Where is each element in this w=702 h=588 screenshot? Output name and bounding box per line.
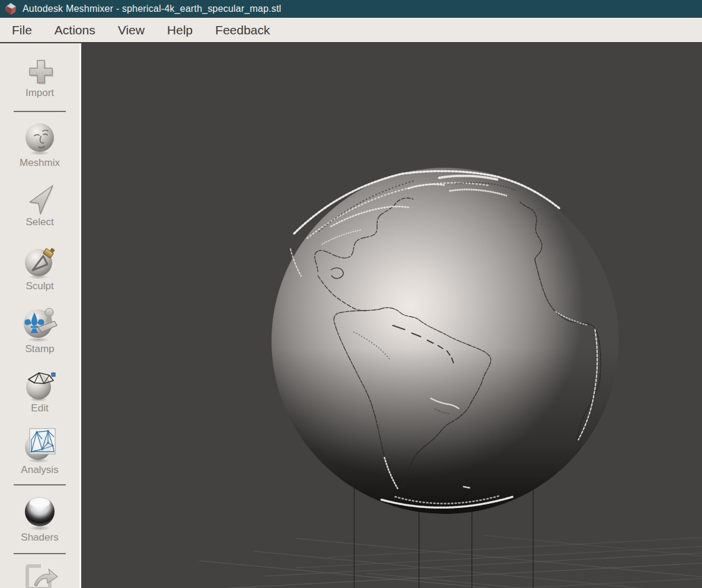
export-icon — [21, 561, 58, 588]
tool-label: Edit — [31, 402, 48, 414]
3d-viewport[interactable] — [81, 43, 702, 588]
menu-actions[interactable]: Actions — [53, 22, 97, 39]
tool-label: Analysis — [21, 464, 58, 476]
menu-view[interactable]: View — [117, 22, 146, 39]
sidebar-item-export[interactable] — [21, 561, 58, 588]
sidebar-separator — [14, 111, 66, 112]
sidebar-separator — [14, 553, 66, 554]
sidebar-item-analysis[interactable]: Analysis — [21, 425, 59, 476]
tool-label: Shaders — [21, 532, 58, 544]
sidebar-item-stamp[interactable]: Stamp — [22, 305, 58, 355]
tool-sidebar: Import Meshmix — [0, 43, 81, 588]
sidebar-item-sculpt[interactable]: Sculpt — [23, 244, 57, 292]
menu-file[interactable]: File — [11, 22, 33, 39]
cursor-arrow-icon — [24, 182, 56, 215]
wireframe-sphere-icon — [23, 367, 57, 401]
meshmixer-window: Autodesk Meshmixer - spherical-4k_earth_… — [0, 0, 702, 588]
face-sphere-icon — [23, 122, 56, 156]
tool-label: Stamp — [25, 343, 54, 355]
mesh-analysis-sphere-icon — [21, 425, 59, 463]
menu-bar: File Actions View Help Feedback — [0, 18, 702, 43]
fleur-stamp-sphere-icon — [22, 305, 58, 342]
window-title: Autodesk Meshmixer - spherical-4k_earth_… — [23, 4, 281, 14]
tool-label: Import — [25, 87, 54, 99]
sidebar-item-edit[interactable]: Edit — [23, 367, 57, 414]
chrome-sphere-icon — [22, 494, 58, 531]
menu-feedback[interactable]: Feedback — [214, 22, 271, 39]
tool-label: Meshmix — [20, 157, 60, 169]
tool-label: Select — [25, 216, 53, 228]
sidebar-item-import[interactable]: Import — [24, 55, 55, 99]
title-bar: Autodesk Meshmixer - spherical-4k_earth_… — [0, 0, 702, 18]
plus-icon — [24, 55, 55, 86]
sidebar-item-meshmix[interactable]: Meshmix — [20, 122, 60, 169]
brush-sphere-icon — [23, 244, 57, 279]
tool-label: Sculpt — [25, 280, 53, 292]
sidebar-item-select[interactable]: Select — [24, 182, 56, 228]
sidebar-separator — [14, 484, 66, 485]
menu-help[interactable]: Help — [166, 22, 194, 39]
viewport-canvas[interactable] — [81, 43, 702, 588]
meshmixer-logo-icon — [4, 2, 17, 15]
earth-model[interactable] — [272, 168, 619, 514]
sidebar-item-shaders[interactable]: Shaders — [21, 494, 58, 544]
